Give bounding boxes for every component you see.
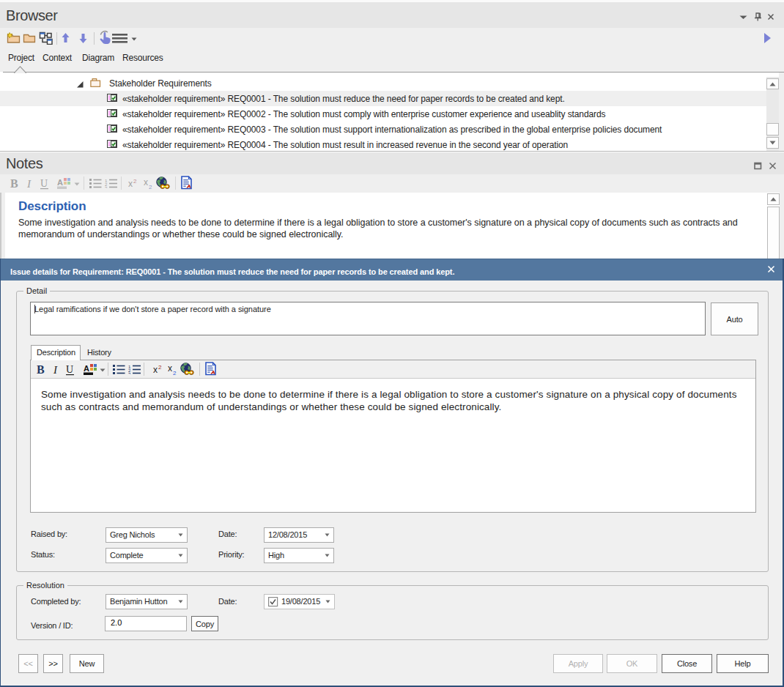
- svg-text:I: I: [26, 178, 32, 190]
- svg-text:U: U: [66, 364, 73, 375]
- svg-text:A: A: [84, 364, 89, 373]
- svg-text:U: U: [40, 178, 48, 189]
- svg-text:B: B: [10, 177, 18, 190]
- svg-text:2: 2: [173, 370, 177, 376]
- svg-text:x: x: [144, 178, 148, 187]
- svg-text:2: 2: [133, 178, 137, 185]
- svg-text:2: 2: [149, 184, 152, 190]
- svg-text:x: x: [168, 364, 172, 374]
- svg-text:x: x: [128, 179, 133, 188]
- svg-text:A: A: [57, 178, 63, 187]
- svg-text:B: B: [37, 363, 45, 376]
- svg-text:3: 3: [128, 372, 131, 375]
- svg-text:x: x: [153, 365, 158, 374]
- svg-text:2: 2: [158, 364, 162, 371]
- svg-text:I: I: [53, 364, 58, 376]
- svg-text:3: 3: [105, 186, 108, 189]
